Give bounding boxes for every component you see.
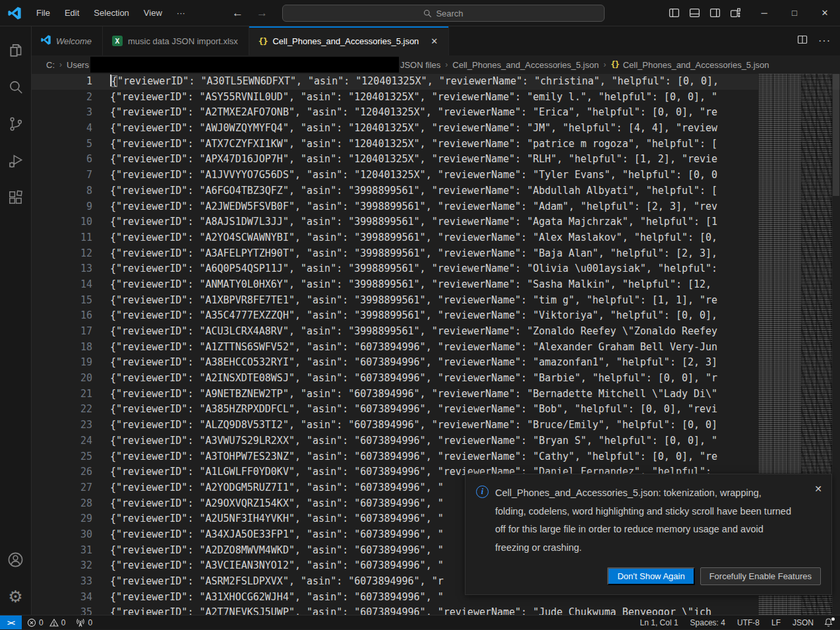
line-number: 31 bbox=[32, 543, 92, 559]
code-line[interactable]: 1 {"reviewerID": "A30TL5EWN6DFXT", "asin… bbox=[32, 74, 840, 90]
forward-arrow-icon[interactable]: → bbox=[256, 7, 268, 20]
encoding[interactable]: UTF-8 bbox=[731, 615, 765, 629]
language-mode[interactable]: JSON bbox=[787, 615, 820, 629]
explorer-icon[interactable] bbox=[0, 32, 32, 69]
code-line[interactable]: 6 {"reviewerID": "APX47D16JOP7H", "asin"… bbox=[32, 152, 840, 168]
dont-show-again-button[interactable]: Don't Show Again bbox=[607, 567, 694, 585]
line-text: {"reviewerID": "A2DZO8MWVM4WKD", "asin":… bbox=[110, 543, 444, 559]
code-line[interactable]: 15 {"reviewerID": "A1XBPVR8FE7TE1", "asi… bbox=[32, 293, 840, 309]
line-number: 10 bbox=[32, 214, 92, 230]
notifications-bell[interactable] bbox=[820, 615, 840, 629]
code-line[interactable]: 2 {"reviewerID": "ASY55RVNIL0UD", "asin"… bbox=[32, 90, 840, 106]
code-line[interactable]: 22 {"reviewerID": "A385HZRPXDDFCL", "asi… bbox=[32, 402, 840, 418]
line-text: {"reviewerID": "A3AFELPYTZH90T", "asin":… bbox=[110, 246, 717, 262]
menu-item[interactable]: Edit bbox=[57, 0, 86, 26]
code-line[interactable]: 8 {"reviewerID": "A6FGO4TBZ3QFZ", "asin"… bbox=[32, 183, 840, 199]
line-number: 5 bbox=[32, 137, 92, 152]
code-line[interactable]: 21 {"reviewerID": "A9NETBZNEW2TP", "asin… bbox=[32, 387, 840, 402]
close-tab-icon[interactable]: ✕ bbox=[431, 36, 438, 46]
minimize-button[interactable]: ─ bbox=[749, 0, 779, 26]
customize-layout-icon[interactable] bbox=[730, 7, 741, 18]
extensions-icon[interactable] bbox=[0, 179, 32, 216]
split-editor-icon[interactable] bbox=[797, 34, 808, 47]
eol-sequence[interactable]: LF bbox=[765, 615, 787, 629]
indentation[interactable]: Spaces: 4 bbox=[684, 615, 731, 629]
code-line[interactable]: 17 {"reviewerID": "ACU3LCRX4A8RV", "asin… bbox=[32, 324, 840, 340]
remote-indicator[interactable]: >< bbox=[0, 615, 22, 629]
titlebar: FileEditSelectionView ··· ← → Search ─ □… bbox=[0, 0, 840, 26]
source-control-icon[interactable] bbox=[0, 106, 32, 142]
menu-item[interactable]: File bbox=[29, 0, 57, 26]
tab-welcome[interactable]: Welcome bbox=[32, 26, 103, 55]
breadcrumb-folder[interactable]: JSON files bbox=[400, 60, 440, 70]
vertical-scrollbar[interactable] bbox=[832, 74, 840, 615]
breadcrumb: C: › Users JSON files › Cell_Phones_and_… bbox=[32, 55, 840, 74]
run-debug-icon[interactable] bbox=[0, 142, 32, 179]
line-number: 9 bbox=[32, 199, 92, 215]
breadcrumb-symbol[interactable]: Cell_Phones_and_Accessories_5.json bbox=[623, 60, 769, 70]
code-line[interactable]: 11 {"reviewerID": "A2YO4SCWAWNYBI", "asi… bbox=[32, 230, 840, 246]
toggle-panel-icon[interactable] bbox=[689, 7, 700, 18]
toggle-sidebar-icon[interactable] bbox=[669, 7, 680, 18]
breadcrumb-users[interactable]: Users bbox=[67, 60, 89, 70]
maximize-button[interactable]: □ bbox=[779, 0, 810, 26]
code-line[interactable]: 12 {"reviewerID": "A3AFELPYTZH90T", "asi… bbox=[32, 246, 840, 262]
line-text: {"reviewerID": "A29OXVQRZ154KX", "asin":… bbox=[110, 496, 444, 512]
editor[interactable]: 1 {"reviewerID": "A30TL5EWN6DFXT", "asin… bbox=[32, 74, 840, 615]
accounts-icon[interactable] bbox=[0, 541, 32, 578]
scrollbar-thumb[interactable] bbox=[833, 74, 839, 196]
code-line[interactable]: 16 {"reviewerID": "A35C4777EXZZQH", "asi… bbox=[32, 308, 840, 324]
code-line[interactable]: 25 {"reviewerID": "A3TOHPW7ES23NZ", "asi… bbox=[32, 449, 840, 465]
line-number: 1 bbox=[32, 74, 92, 90]
code-line[interactable]: 20 {"reviewerID": "A2INSXDTE08WSJ", "asi… bbox=[32, 371, 840, 387]
line-number: 3 bbox=[32, 105, 92, 121]
warning-count: 0 bbox=[61, 618, 66, 627]
code-line[interactable]: 7 {"reviewerID": "A1JVVYYO7G56DS", "asin… bbox=[32, 168, 840, 183]
code-line[interactable]: 10 {"reviewerID": "A8AJS1DW7L3JJ", "asin… bbox=[32, 214, 840, 230]
search-sidebar-icon[interactable] bbox=[0, 69, 32, 106]
code-line[interactable]: 24 {"reviewerID": "A3VWU7S29LR2XX", "asi… bbox=[32, 433, 840, 449]
code-line[interactable]: 9 {"reviewerID": "A2JWEDW5FSVB0F", "asin… bbox=[32, 199, 840, 215]
code-line[interactable]: 14 {"reviewerID": "ANMATY0L0HX6Y", "asin… bbox=[32, 277, 840, 293]
line-text: {"reviewerID": "ACU3LCRX4A8RV", "asin": … bbox=[110, 324, 717, 340]
ports-status[interactable]: 0 bbox=[71, 615, 98, 629]
more-actions-icon[interactable]: ··· bbox=[818, 35, 831, 47]
line-text: {"reviewerID": "A35C4777EXZZQH", "asin":… bbox=[110, 308, 717, 324]
cursor-position[interactable]: Ln 1, Col 1 bbox=[634, 615, 684, 629]
line-number: 32 bbox=[32, 558, 92, 574]
line-text: {"reviewerID": "A3VWU7S29LR2XX", "asin":… bbox=[110, 433, 717, 449]
status-bar: >< 0 0 0 Ln 1, Col 1 Spaces: 4 UTF-8 LF … bbox=[0, 615, 840, 629]
tab-music-xlsx[interactable]: X music data JSON import.xlsx bbox=[103, 26, 249, 55]
line-number: 23 bbox=[32, 418, 92, 433]
code-line[interactable]: 3 {"reviewerID": "A2TMXE2AFO7ONB", "asin… bbox=[32, 105, 840, 121]
toggle-secondary-sidebar-icon[interactable] bbox=[709, 7, 721, 18]
code-line[interactable]: 35 {"reviewerID": "A2T7NEVKSJ5UWP", "asi… bbox=[32, 605, 840, 615]
forcefully-enable-features-button[interactable]: Forcefully Enable Features bbox=[700, 567, 821, 585]
menu-overflow[interactable]: ··· bbox=[169, 0, 193, 26]
code-line[interactable]: 19 {"reviewerID": "A38EHCCO532RYI", "asi… bbox=[32, 355, 840, 371]
code-line[interactable]: 5 {"reviewerID": "ATX7CZYFXI1KW", "asin"… bbox=[32, 137, 840, 152]
code-line[interactable]: 18 {"reviewerID": "A1ZTTNS6SWFV52", "asi… bbox=[32, 340, 840, 356]
search-input[interactable]: Search bbox=[282, 5, 605, 22]
settings-gear-icon[interactable]: ⚙ bbox=[0, 578, 32, 615]
line-text: {"reviewerID": "A2JWEDW5FSVB0F", "asin":… bbox=[110, 199, 717, 215]
close-notification-icon[interactable]: ✕ bbox=[814, 484, 822, 494]
close-window-button[interactable]: ✕ bbox=[810, 0, 840, 26]
menu-item[interactable]: Selection bbox=[86, 0, 136, 26]
json-symbol-icon: {} bbox=[611, 60, 618, 69]
line-text: {"reviewerID": "APX47D16JOP7H", "asin": … bbox=[110, 152, 717, 168]
code-line[interactable]: 4 {"reviewerID": "AWJ0WZQYMYFQ4", "asin"… bbox=[32, 121, 840, 137]
line-text: {"reviewerID": "A1XBPVR8FE7TE1", "asin":… bbox=[110, 293, 717, 309]
radio-tower-icon bbox=[76, 618, 85, 627]
line-text: {"reviewerID": "A9NETBZNEW2TP", "asin": … bbox=[110, 387, 717, 402]
problems-status[interactable]: 0 0 bbox=[22, 615, 71, 629]
back-arrow-icon[interactable]: ← bbox=[232, 7, 243, 20]
line-text: {"reviewerID": "A2T7NEVKSJ5UWP", "asin":… bbox=[110, 605, 711, 615]
code-line[interactable]: 23 {"reviewerID": "ALZQ9D8V53TI2", "asin… bbox=[32, 418, 840, 433]
breadcrumb-drive[interactable]: C: bbox=[46, 60, 55, 70]
breadcrumb-file[interactable]: Cell_Phones_and_Accessories_5.json bbox=[452, 60, 599, 70]
tab-cell-phones-json[interactable]: {} Cell_Phones_and_Accessories_5.json ✕ bbox=[249, 26, 449, 55]
line-text: {"reviewerID": "AWJ0WZQYMYFQ4", "asin": … bbox=[110, 121, 717, 137]
menu-item[interactable]: View bbox=[136, 0, 169, 26]
code-line[interactable]: 13 {"reviewerID": "A6Q0P54QSP11J", "asin… bbox=[32, 261, 840, 277]
